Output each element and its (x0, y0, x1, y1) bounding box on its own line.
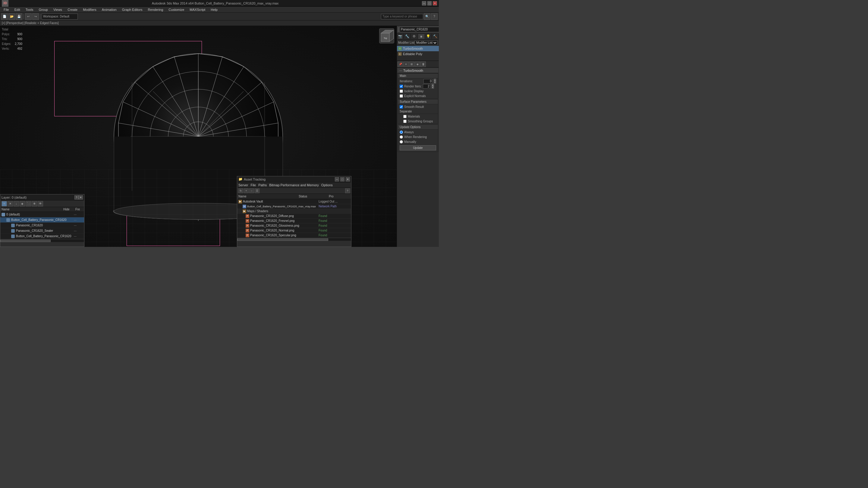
asset-help-button[interactable]: ? (345, 188, 350, 193)
orientation-cube[interactable]: Top (379, 28, 394, 43)
asset-row-normal[interactable]: P Panasonic_CR1620_Normal.png Found (237, 228, 351, 233)
asset-row-fresnel[interactable]: P Panasonic_CR1620_Fresnel.png Found (237, 218, 351, 223)
asset-menu-bitmap[interactable]: Bitmap Performance and Memory (269, 183, 318, 187)
help-button[interactable]: ? (431, 13, 438, 20)
menu-item-rendering[interactable]: Rendering (146, 7, 166, 12)
turbosmooth-panel-header[interactable]: — TurboSmooth (398, 68, 438, 73)
mod-make-unique-button[interactable]: ◈ (415, 61, 420, 67)
layers-add-selection-button[interactable]: ↓ (13, 201, 19, 207)
layers-close-button[interactable]: ✕ (79, 195, 83, 200)
asset-menu-options[interactable]: Options (321, 183, 333, 187)
menu-item-modifiers[interactable]: Modifiers (81, 7, 99, 12)
save-button[interactable]: 💾 (16, 13, 22, 20)
asset-row-specular[interactable]: P Panasonic_CR1620_Specular.png Found (237, 233, 351, 238)
when-rendering-radio[interactable] (400, 135, 403, 139)
isoline-checkbox[interactable] (400, 90, 403, 93)
layer-row-2[interactable]: Panasonic_CR1620 — (0, 223, 84, 228)
mod-show-button[interactable]: ≡ (403, 61, 409, 67)
open-button[interactable]: 📂 (8, 13, 15, 20)
asset-refresh-button[interactable]: ↻ (239, 188, 243, 193)
render-iters-checkbox[interactable] (400, 85, 403, 88)
modifier-stack-item-turbosmooth[interactable]: T TurboSmooth (397, 46, 439, 51)
render-iters-input[interactable] (423, 84, 430, 89)
menu-item-group[interactable]: Group (36, 7, 50, 12)
asset-maximize-button[interactable]: □ (340, 177, 344, 181)
menu-item-file[interactable]: File (1, 7, 11, 12)
asset-row-glossiness[interactable]: P Panasonic_CR1620_Glossiness.png Found (237, 223, 351, 228)
tab-utilities[interactable]: 🔨 (432, 34, 439, 39)
layers-delete-button[interactable]: ✕ (7, 201, 13, 207)
asset-remove-button[interactable]: − (249, 188, 254, 193)
asset-row-vault[interactable]: ▶ Autodesk Vault Logged Out ... (237, 199, 351, 204)
minimize-button[interactable]: ─ (422, 1, 426, 5)
search-button[interactable]: 🔍 (424, 13, 430, 20)
layers-scrollbar[interactable] (0, 239, 84, 242)
render-iters-down-btn[interactable]: ▼ (432, 86, 434, 89)
update-button[interactable]: Update (400, 145, 436, 150)
iterations-up-btn[interactable]: ▲ (434, 79, 436, 81)
object-color-swatch[interactable] (398, 27, 399, 32)
menu-item-tools[interactable]: Tools (23, 7, 36, 12)
asset-menu-file[interactable]: File (250, 183, 256, 187)
asset-scrollbar-thumb[interactable] (237, 238, 328, 241)
layers-freeze-button[interactable]: ❄ (32, 201, 37, 207)
layers-hide-button[interactable]: 👁 (38, 201, 43, 207)
mod-show2-button[interactable]: ⊞ (409, 61, 414, 67)
explicit-normals-checkbox[interactable] (400, 94, 403, 98)
modifier-stack-item-editable-poly[interactable]: E Editable Poly (397, 51, 439, 57)
menu-item-graph-editors[interactable]: Graph Editors (120, 7, 145, 12)
search-input[interactable] (381, 14, 423, 19)
materials-checkbox[interactable] (403, 115, 407, 118)
iterations-spinner[interactable]: ▲ ▼ (434, 79, 436, 84)
layers-help-button[interactable]: ? (74, 195, 79, 200)
asset-list-button[interactable]: ☰ (255, 188, 259, 193)
tab-hierarchy[interactable]: ⚙ (411, 34, 418, 39)
object-name-input[interactable] (400, 27, 439, 32)
asset-row-maxfile[interactable]: M Button_Cell_Battery_Panasonic_CR1620_m… (237, 204, 351, 209)
maximize-button[interactable]: □ (427, 1, 432, 5)
menu-item-edit[interactable]: Edit (12, 7, 23, 12)
layer-row-4[interactable]: Button_Cell_Battery_Panasonic_CR1620 — (0, 234, 84, 239)
close-button[interactable]: ✕ (433, 1, 437, 5)
new-button[interactable]: 📄 (1, 13, 8, 20)
render-iters-up-btn[interactable]: ▲ (432, 84, 434, 86)
menu-item-animation[interactable]: Animation (99, 7, 119, 12)
menu-item-help[interactable]: Help (208, 7, 220, 12)
asset-minimize-button[interactable]: ─ (335, 177, 339, 181)
layer-row-3[interactable]: Panasonic_CR1620_Sealer — (0, 228, 84, 234)
asset-add-button[interactable]: + (244, 188, 249, 193)
render-iters-spinner[interactable]: ▲ ▼ (432, 84, 434, 89)
asset-row-maps[interactable]: ▶ Maps / Shaders (237, 209, 351, 214)
tab-display[interactable]: 📷 (397, 34, 404, 39)
layer-row-1[interactable]: Button_Cell_Battery_Panasonic_CR1620 — (0, 217, 84, 223)
menu-item-create[interactable]: Create (65, 7, 80, 12)
layers-select-button[interactable]: ◈ (20, 201, 25, 207)
asset-scrollbar[interactable] (237, 238, 351, 241)
layers-create-button[interactable]: + (1, 201, 7, 207)
mod-pin-button[interactable]: 📌 (398, 61, 403, 67)
asset-row-diffuse[interactable]: P Panasonic_CR1620_Diffuse.png Found (237, 214, 351, 218)
asset-menu-server[interactable]: Server (239, 183, 248, 187)
iterations-down-btn[interactable]: ▼ (434, 81, 436, 84)
undo-button[interactable]: ↩ (25, 13, 32, 20)
tab-display2[interactable]: 💡 (425, 34, 432, 39)
manually-radio[interactable] (400, 140, 403, 144)
iterations-input[interactable] (424, 79, 433, 84)
menu-item-customize[interactable]: Customize (166, 7, 187, 12)
tab-motion[interactable]: ≡ (418, 34, 425, 39)
smooth-result-checkbox[interactable] (400, 105, 403, 109)
asset-close-button[interactable]: ✕ (346, 177, 350, 181)
workspace-dropdown[interactable]: Workspace: Default (41, 13, 78, 20)
menu-item-views[interactable]: Views (51, 7, 64, 12)
layers-highlight-button[interactable]: ⬛ (26, 201, 31, 207)
always-radio[interactable] (400, 130, 403, 134)
tab-modify[interactable]: 🔧 (404, 34, 411, 39)
layers-scrollbar-thumb[interactable] (0, 240, 51, 242)
asset-menu-paths[interactable]: Paths (258, 183, 267, 187)
viewport[interactable]: Total Polys: 900 Tris: 900 Edges: 2,700 … (0, 26, 397, 247)
layer-row-0[interactable]: 0 (default) — (0, 212, 84, 217)
mod-remove-button[interactable]: 🗑 (421, 61, 426, 67)
menu-item-maxscript[interactable]: MAXScript (187, 7, 208, 12)
smoothing-groups-checkbox[interactable] (403, 120, 407, 123)
modifier-list-dropdown[interactable]: Modifier List (415, 40, 438, 45)
